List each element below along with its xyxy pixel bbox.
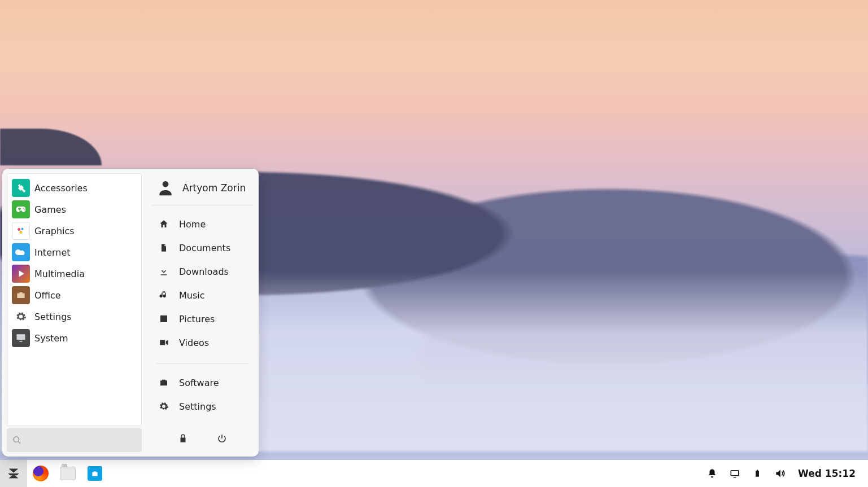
- internet-icon: [12, 243, 30, 261]
- software-icon: [158, 378, 170, 388]
- category-label: System: [34, 333, 68, 344]
- lock-icon: [178, 433, 188, 444]
- firefox-launcher[interactable]: [27, 460, 54, 487]
- start-menu-right: Artyom Zorin Home Documents Downloads Mu…: [146, 169, 259, 457]
- search-icon: [12, 435, 21, 445]
- category-games[interactable]: Games: [10, 199, 139, 220]
- place-videos[interactable]: Videos: [152, 331, 253, 354]
- volume-icon: [774, 468, 786, 479]
- sound-button[interactable]: [770, 460, 790, 487]
- place-label: Documents: [179, 243, 230, 253]
- category-label: Multimedia: [34, 269, 85, 279]
- svg-point-2: [20, 231, 23, 234]
- graphics-icon: [12, 222, 30, 240]
- power-button[interactable]: [211, 427, 233, 450]
- multimedia-icon: [12, 265, 30, 283]
- software-center-icon: [87, 466, 103, 481]
- power-icon: [217, 433, 227, 444]
- category-label: Office: [34, 290, 61, 301]
- battery-icon: [753, 468, 761, 479]
- shortcut-software[interactable]: Software: [152, 371, 253, 394]
- category-settings[interactable]: Settings: [10, 306, 139, 327]
- files-launcher[interactable]: [54, 460, 81, 487]
- gear-icon: [158, 401, 170, 411]
- place-label: Downloads: [179, 266, 229, 277]
- user-account-button[interactable]: Artyom Zorin: [152, 177, 253, 205]
- session-row: [152, 423, 253, 452]
- music-icon: [158, 290, 170, 300]
- shortcut-label: Settings: [179, 401, 216, 412]
- notifications-button[interactable]: [702, 460, 722, 487]
- pictures-icon: [158, 314, 170, 324]
- category-label: Internet: [34, 247, 71, 258]
- category-system[interactable]: System: [10, 327, 139, 349]
- place-music[interactable]: Music: [152, 283, 253, 307]
- wallpaper-hill: [0, 129, 102, 165]
- display-button[interactable]: [725, 460, 745, 487]
- software-launcher[interactable]: [81, 460, 108, 487]
- place-label: Music: [179, 290, 205, 301]
- category-internet[interactable]: Internet: [10, 242, 139, 263]
- svg-point-5: [163, 181, 169, 187]
- document-icon: [158, 243, 170, 253]
- svg-marker-6: [9, 469, 19, 473]
- video-icon: [158, 337, 170, 348]
- office-icon: [12, 286, 30, 304]
- taskbar-right: Wed 15:12: [702, 460, 865, 487]
- start-menu: Accessories Games Graphics Internet: [2, 169, 259, 457]
- place-downloads[interactable]: Downloads: [152, 260, 253, 283]
- svg-rect-10: [756, 471, 759, 477]
- svg-point-1: [21, 228, 24, 230]
- taskbar-left: [0, 460, 108, 487]
- games-icon: [12, 200, 30, 218]
- bell-icon: [707, 468, 717, 479]
- category-label: Games: [34, 204, 66, 215]
- place-label: Videos: [179, 337, 209, 348]
- category-multimedia[interactable]: Multimedia: [10, 263, 139, 284]
- category-label: Settings: [34, 311, 72, 322]
- user-avatar-icon: [156, 179, 175, 197]
- settings-icon: [12, 308, 30, 326]
- category-office[interactable]: Office: [10, 284, 139, 306]
- taskbar: Wed 15:12: [0, 460, 868, 487]
- accessories-icon: [12, 179, 30, 197]
- svg-point-0: [18, 228, 20, 231]
- system-shortcuts: Software Settings: [152, 366, 253, 423]
- svg-rect-11: [757, 470, 758, 471]
- category-accessories[interactable]: Accessories: [10, 177, 139, 199]
- shortcut-settings[interactable]: Settings: [152, 394, 253, 418]
- firefox-icon: [33, 466, 49, 481]
- files-icon: [60, 466, 76, 481]
- category-label: Graphics: [34, 226, 75, 236]
- system-icon: [12, 329, 30, 347]
- clock[interactable]: Wed 15:12: [792, 468, 861, 479]
- user-name-label: Artyom Zorin: [182, 182, 246, 194]
- place-documents[interactable]: Documents: [152, 236, 253, 260]
- places-list: Home Documents Downloads Music Pictures …: [152, 205, 253, 361]
- place-label: Home: [179, 219, 206, 230]
- place-home[interactable]: Home: [152, 212, 253, 236]
- svg-rect-9: [731, 471, 739, 476]
- svg-rect-4: [20, 341, 23, 342]
- place-label: Pictures: [179, 314, 215, 324]
- battery-button[interactable]: [747, 460, 767, 487]
- lock-button[interactable]: [172, 427, 194, 450]
- start-menu-left: Accessories Games Graphics Internet: [2, 169, 146, 457]
- place-pictures[interactable]: Pictures: [152, 307, 253, 331]
- search-input[interactable]: [26, 435, 136, 445]
- svg-rect-3: [17, 334, 25, 340]
- divider: [156, 363, 248, 364]
- zorin-logo-icon: [6, 466, 21, 481]
- home-icon: [158, 219, 170, 229]
- download-icon: [158, 266, 170, 277]
- search-field-wrap[interactable]: [7, 428, 142, 452]
- category-graphics[interactable]: Graphics: [10, 220, 139, 242]
- display-icon: [730, 468, 740, 479]
- start-button[interactable]: [0, 460, 27, 487]
- shortcut-label: Software: [179, 378, 219, 388]
- category-list: Accessories Games Graphics Internet: [7, 173, 142, 426]
- category-label: Accessories: [34, 183, 88, 194]
